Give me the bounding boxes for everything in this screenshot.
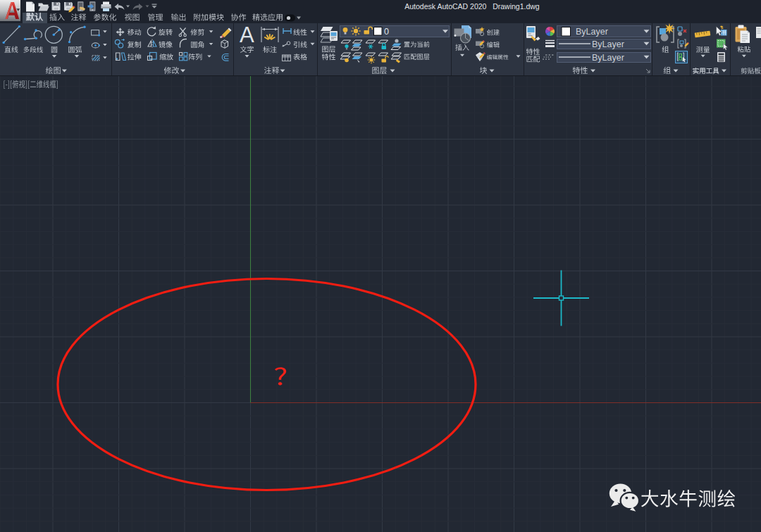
svg-text:A: A [240,23,254,47]
